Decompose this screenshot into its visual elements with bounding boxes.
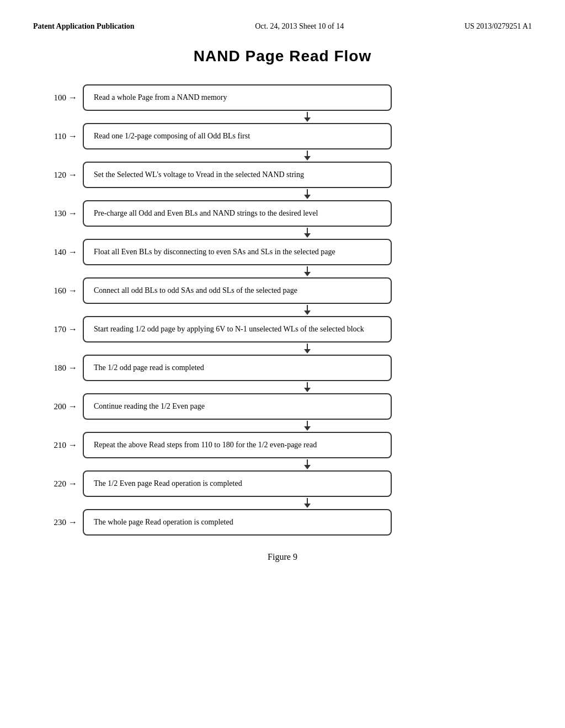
connector-arrow — [33, 420, 532, 432]
flow-step-100: 100→Read a whole Page from a NAND memory — [33, 84, 532, 111]
flow-step-180: 180→The 1/2 odd page read is completed — [33, 355, 532, 381]
publication-label: Patent Application Publication — [33, 22, 135, 31]
step-box-180: The 1/2 odd page read is completed — [83, 355, 392, 381]
page: Patent Application Publication Oct. 24, … — [0, 0, 565, 728]
flow-step-200: 200→Continue reading the 1/2 Even page — [33, 393, 532, 420]
flow-step-170: 170→Start reading 1/2 odd page by applyi… — [33, 316, 532, 342]
flow-step-210: 210→Repeat the above Read steps from 110… — [33, 432, 532, 458]
page-header: Patent Application Publication Oct. 24, … — [33, 22, 532, 31]
step-box-230: The whole page Read operation is complet… — [83, 509, 392, 536]
step-box-110: Read one 1/2-page composing of all Odd B… — [83, 123, 392, 149]
step-box-220: The 1/2 Even page Read operation is comp… — [83, 470, 392, 497]
step-label-110: 110→ — [33, 131, 83, 141]
page-title: NAND Page Read Flow — [33, 47, 532, 65]
connector-arrow — [33, 188, 532, 200]
step-label-160: 160→ — [33, 286, 83, 296]
flow-step-160: 160→Connect all odd BLs to odd SAs and o… — [33, 277, 532, 304]
connector-arrow — [33, 227, 532, 239]
step-box-130: Pre-charge all Odd and Even BLs and NAND… — [83, 200, 392, 227]
step-label-230: 230→ — [33, 517, 83, 527]
connector-arrow — [33, 497, 532, 509]
connector-arrow — [33, 149, 532, 162]
step-label-170: 170→ — [33, 324, 83, 334]
figure-caption: Figure 9 — [33, 552, 532, 562]
connector-arrow — [33, 381, 532, 393]
flow-step-110: 110→Read one 1/2-page composing of all O… — [33, 123, 532, 149]
step-label-200: 200→ — [33, 402, 83, 411]
step-box-120: Set the Selected WL's voltage to Vread i… — [83, 162, 392, 188]
step-label-130: 130→ — [33, 208, 83, 218]
sheet-info: Oct. 24, 2013 Sheet 10 of 14 — [255, 22, 344, 31]
patent-number: US 2013/0279251 A1 — [465, 22, 532, 31]
flow-step-120: 120→Set the Selected WL's voltage to Vre… — [33, 162, 532, 188]
step-label-210: 210→ — [33, 440, 83, 450]
step-label-140: 140→ — [33, 247, 83, 257]
connector-arrow — [33, 342, 532, 355]
flow-step-230: 230→The whole page Read operation is com… — [33, 509, 532, 536]
step-box-200: Continue reading the 1/2 Even page — [83, 393, 392, 420]
flow-step-130: 130→Pre-charge all Odd and Even BLs and … — [33, 200, 532, 227]
step-box-100: Read a whole Page from a NAND memory — [83, 84, 392, 111]
connector-arrow — [33, 304, 532, 316]
step-label-220: 220→ — [33, 479, 83, 489]
connector-arrow — [33, 111, 532, 123]
step-box-210: Repeat the above Read steps from 110 to … — [83, 432, 392, 458]
connector-arrow — [33, 265, 532, 277]
flow-step-220: 220→The 1/2 Even page Read operation is … — [33, 470, 532, 497]
step-box-160: Connect all odd BLs to odd SAs and odd S… — [83, 277, 392, 304]
flow-step-140: 140→Float all Even BLs by disconnecting … — [33, 239, 532, 265]
flowchart: 100→Read a whole Page from a NAND memory… — [33, 84, 532, 536]
step-box-170: Start reading 1/2 odd page by applying 6… — [83, 316, 392, 342]
step-label-180: 180→ — [33, 363, 83, 373]
connector-arrow — [33, 458, 532, 470]
step-box-140: Float all Even BLs by disconnecting to e… — [83, 239, 392, 265]
step-label-100: 100→ — [33, 93, 83, 103]
step-label-120: 120→ — [33, 170, 83, 180]
